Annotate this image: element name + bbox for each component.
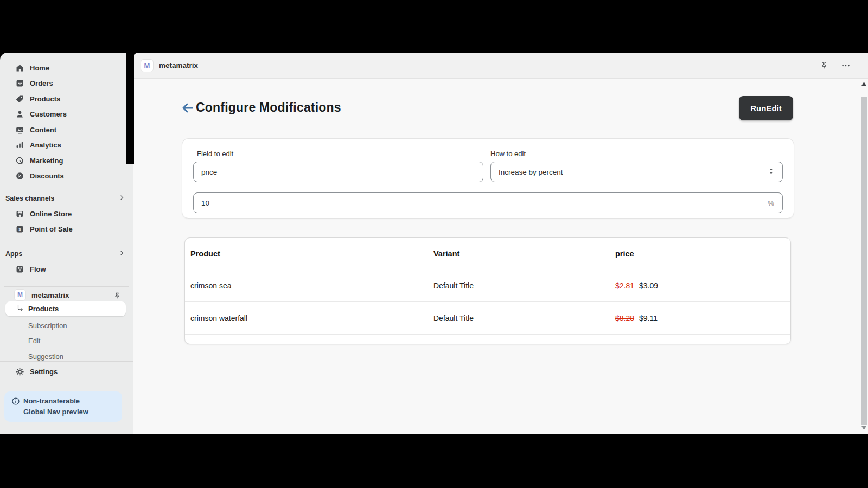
section-label: Sales channels: [5, 195, 54, 202]
home-icon: [15, 63, 24, 73]
sidebar-item-home[interactable]: Home: [0, 60, 133, 76]
page-content: Configure Modifications RunEdit Field to…: [133, 79, 868, 434]
content-icon: [15, 125, 24, 134]
percent-suffix: %: [768, 199, 774, 207]
product-cell: crimson sea: [185, 281, 433, 290]
banner-title: Non-transferable: [23, 397, 80, 405]
sidebar-item-label: metamatrix: [31, 291, 69, 299]
sidebar-item-label: Settings: [30, 368, 58, 376]
logo-letter: M: [17, 291, 23, 299]
sidebar-item-marketing[interactable]: Marketing: [0, 153, 133, 169]
pin-icon[interactable]: [818, 60, 830, 72]
sidebar-item-label: Discounts: [30, 172, 64, 180]
amount-input[interactable]: [193, 192, 783, 213]
products-table: Product Variant price crimson sea Defaul…: [184, 237, 791, 344]
global-nav-banner: Non-transferable Global Nav preview: [4, 391, 122, 422]
sidebar-item-label: Flow: [30, 265, 46, 273]
product-cell: crimson waterfall: [185, 314, 433, 323]
field-to-edit-input[interactable]: [193, 162, 483, 182]
sidebar-item-label: Suggestion: [28, 352, 63, 361]
page-title: Configure Modifications: [196, 100, 341, 115]
metamatrix-logo: M: [141, 59, 154, 72]
section-label: Apps: [5, 250, 22, 258]
more-options-icon[interactable]: [840, 60, 852, 72]
sidebar-item-label: Online Store: [30, 210, 72, 218]
sidebar-item-subscription[interactable]: Subscription: [0, 318, 133, 333]
metamatrix-logo: M: [14, 289, 26, 301]
sidebar-item-metamatrix[interactable]: M metamatrix: [0, 288, 133, 302]
online-store-icon: [15, 209, 24, 219]
how-to-edit-select[interactable]: Increase by percent: [490, 162, 783, 182]
sidebar-item-label: Point of Sale: [30, 225, 73, 233]
run-edit-button[interactable]: RunEdit: [739, 96, 793, 120]
table-row[interactable]: crimson sea Default Title $2.81$3.09: [185, 269, 790, 302]
sidebar-item-analytics[interactable]: Analytics: [0, 138, 133, 153]
pin-icon[interactable]: [111, 290, 123, 302]
new-price: $9.11: [639, 314, 658, 323]
sidebar-item-point-of-sale[interactable]: $ Point of Sale: [0, 222, 133, 237]
sidebar-section-sales-channels[interactable]: Sales channels: [0, 192, 133, 205]
discounts-icon: [15, 171, 24, 181]
screen: Home Orders Products Customers Content A: [0, 0, 868, 488]
column-header-variant: Variant: [433, 249, 615, 258]
analytics-icon: [15, 140, 24, 150]
edit-config-card: Field to edit How to edit Increase by pe…: [182, 138, 794, 219]
page-heading: Configure Modifications: [181, 100, 341, 115]
sidebar-item-flow[interactable]: Flow: [0, 261, 133, 277]
scroll-down-icon[interactable]: [860, 424, 868, 432]
marketing-icon: [15, 156, 24, 165]
orders-icon: [15, 79, 24, 88]
global-nav-link[interactable]: Global Nav: [23, 408, 60, 416]
sidebar-divider: [0, 361, 133, 362]
sidebar-item-products[interactable]: Products: [0, 91, 133, 107]
sidebar-item-suggestion[interactable]: Suggestion: [0, 349, 133, 364]
how-to-edit-label: How to edit: [490, 150, 526, 158]
select-stepper-icon: [768, 167, 775, 177]
new-price: $3.09: [639, 281, 658, 290]
vertical-scrollbar: [860, 79, 868, 434]
price-cell: $8.28$9.11: [615, 314, 790, 323]
sidebar-item-discounts[interactable]: Discounts: [0, 169, 133, 184]
sidebar-item-label: Home: [30, 64, 49, 72]
sidebar-item-label: Products: [30, 95, 60, 103]
sidebar-item-orders[interactable]: Orders: [0, 76, 133, 92]
logo-letter: M: [144, 61, 150, 69]
sidebar-item-edit[interactable]: Edit: [0, 333, 133, 349]
app-title: metamatrix: [159, 61, 198, 69]
chevron-right-icon: [118, 194, 125, 203]
amount-field-wrap: %: [193, 192, 783, 213]
table-row[interactable]: crimson waterfall Default Title $8.28$9.…: [185, 302, 790, 335]
price-cell: $2.81$3.09: [615, 281, 790, 290]
selected-option: Increase by percent: [499, 168, 563, 176]
back-arrow-icon[interactable]: [181, 101, 195, 115]
column-header-product: Product: [185, 249, 433, 258]
sidebar-item-label: Analytics: [30, 141, 61, 149]
sidebar-item-label: Marketing: [30, 157, 63, 165]
banner-text: Non-transferable Global Nav preview: [23, 396, 88, 418]
sidebar-item-label: Edit: [28, 337, 40, 345]
sidebar: Home Orders Products Customers Content A: [0, 53, 133, 434]
sidebar-item-online-store[interactable]: Online Store: [0, 206, 133, 222]
variant-cell: Default Title: [433, 314, 615, 323]
sidebar-item-customers[interactable]: Customers: [0, 107, 133, 123]
app-header: M metamatrix: [133, 53, 868, 79]
panel-gap: [126, 53, 134, 164]
info-icon: [11, 397, 20, 408]
scroll-up-icon[interactable]: [860, 80, 868, 87]
sidebar-item-settings[interactable]: Settings: [0, 364, 133, 380]
customers-icon: [15, 110, 24, 119]
sidebar-item-content[interactable]: Content: [0, 122, 133, 138]
sidebar-item-label: Orders: [30, 79, 53, 87]
sidebar-item-app-products[interactable]: Products: [5, 301, 126, 316]
svg-text:$: $: [18, 227, 21, 232]
scrollbar-thumb[interactable]: [861, 97, 867, 425]
banner-suffix: preview: [60, 408, 88, 416]
gear-icon: [15, 367, 24, 376]
sidebar-divider: [4, 286, 129, 287]
main-panel: M metamatrix Configure Modifications Run…: [133, 53, 868, 434]
variant-cell: Default Title: [433, 281, 615, 290]
sidebar-section-apps[interactable]: Apps: [0, 247, 133, 260]
field-to-edit-label: Field to edit: [197, 150, 233, 158]
old-price: $2.81: [615, 281, 634, 290]
table-header-row: Product Variant price: [185, 238, 790, 269]
